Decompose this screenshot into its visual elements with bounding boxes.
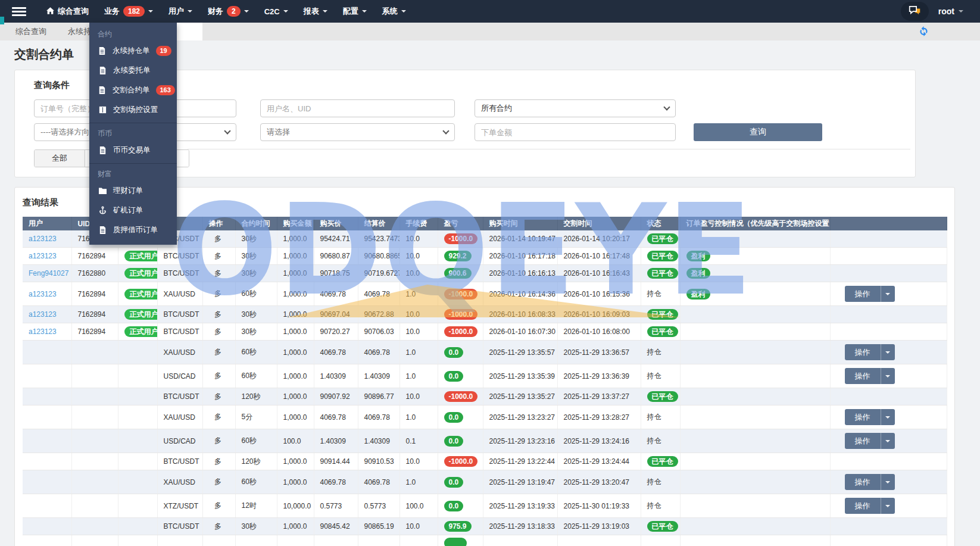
- nav-item-overview[interactable]: 综合查询: [46, 6, 89, 17]
- menu-item-spot-trade-orders[interactable]: 币币交易单: [89, 141, 177, 160]
- nav-item-users[interactable]: 用户: [168, 6, 192, 17]
- menu-item-delivery-contract-orders[interactable]: 交割合约单163: [89, 80, 177, 100]
- cell-buy-time: 2025-11-29 13:18:33: [483, 518, 557, 535]
- cell-settle-price: 90865.19: [358, 518, 400, 535]
- row-action-button[interactable]: 操作: [845, 409, 895, 425]
- menu-item-perpetual-entrust-orders[interactable]: 永续委托单: [89, 61, 177, 80]
- action-dropdown-toggle[interactable]: [881, 344, 895, 360]
- cell-user-type: [118, 535, 157, 546]
- row-action-button[interactable]: 操作: [845, 474, 895, 490]
- hamburger-menu-icon[interactable]: [12, 7, 26, 16]
- cell-user-type: 正式用户: [118, 265, 157, 282]
- action-button-label: 操作: [845, 286, 881, 302]
- chevron-down-icon: [442, 127, 449, 134]
- nav-item-c2c[interactable]: C2C: [264, 7, 288, 16]
- cell-user: [23, 405, 71, 429]
- cell-settle-time: 2025-11-29 13:36:57: [557, 341, 641, 364]
- order-amount-input[interactable]: [475, 123, 676, 141]
- user-link[interactable]: Feng941027: [29, 269, 68, 277]
- cell-settle-price: 95423.7473: [358, 230, 400, 248]
- cell-user: [23, 388, 71, 405]
- menu-item-pledge-loan-orders[interactable]: 质押借币订单: [89, 220, 177, 240]
- menu-item-label: 理财订单: [113, 186, 143, 196]
- cell-direction: 多: [202, 323, 235, 341]
- cell-contract: XTZ/USDT: [157, 494, 202, 518]
- cell-contract: XAU/USD: [157, 282, 202, 306]
- cell-pnl-control: [680, 405, 830, 429]
- username-uid-input[interactable]: [260, 99, 455, 117]
- nav-item-reports[interactable]: 报表: [304, 6, 327, 17]
- user-link[interactable]: a123123: [29, 252, 57, 260]
- cell-settle-time: 2025-11-30 01:19:33: [557, 494, 641, 518]
- cell-buy-time: 2025-11-29 13:35:39: [483, 364, 557, 388]
- table-row: [23, 535, 947, 546]
- table-row: USD/CAD多60秒1,000.01.403091.403091.00.020…: [23, 364, 947, 388]
- status-select[interactable]: 请选择: [260, 123, 455, 141]
- cell-buy-amount: 1,000.0: [277, 323, 314, 341]
- action-button-label: 操作: [845, 409, 881, 425]
- pnl-badge: 975.9: [444, 521, 472, 532]
- tab-overview[interactable]: 综合查询: [5, 23, 57, 40]
- cell-user-type: [118, 494, 157, 518]
- cell-buy-price: 95424.71: [314, 230, 358, 248]
- contract-select[interactable]: 所有合约: [475, 99, 676, 117]
- table-row: a1231237162894正式用户BTC/USDT多30秒1,000.0907…: [23, 323, 947, 341]
- nav-item-label: 财务: [208, 6, 223, 17]
- user-link[interactable]: a123123: [29, 235, 57, 243]
- action-button-label: 操作: [845, 498, 881, 514]
- cell-fee: 100.0: [400, 494, 438, 518]
- cell-status: 已平仓: [641, 265, 680, 282]
- cell-fee: 10.0: [400, 323, 438, 341]
- nav-item-system[interactable]: 系统: [382, 6, 406, 17]
- row-action-button[interactable]: 操作: [845, 368, 895, 384]
- cell-status: 持仓: [641, 364, 680, 388]
- nav-item-config[interactable]: 配置: [343, 6, 367, 17]
- action-dropdown-toggle[interactable]: [881, 433, 895, 449]
- table-row: a1231237162894正式用户BTC/USDT多30秒1,000.0906…: [23, 248, 947, 265]
- menu-item-delivery-control-settings[interactable]: 交割场控设置: [89, 100, 177, 120]
- nav-item-finance[interactable]: 财务2: [208, 6, 249, 17]
- columns-icon: [98, 105, 107, 114]
- pnl-badge: 0.0: [444, 436, 464, 447]
- row-action-button[interactable]: 操作: [845, 433, 895, 449]
- cell-buy-price: 4069.78: [314, 341, 358, 364]
- cell-contract-period: 120秒: [235, 453, 277, 470]
- cell-uid: [71, 364, 118, 388]
- cell-user: [23, 364, 71, 388]
- row-action-button[interactable]: 操作: [845, 286, 895, 302]
- cell-pnl: 0.0: [438, 405, 483, 429]
- cell-fee: 10.0: [400, 388, 438, 405]
- cell-buy-time: [483, 535, 557, 546]
- action-dropdown-toggle[interactable]: [881, 498, 895, 514]
- cell-buy-amount: 1,000.0: [277, 405, 314, 429]
- user-menu[interactable]: root: [938, 7, 963, 16]
- action-dropdown-toggle[interactable]: [881, 368, 895, 384]
- chevron-down-icon: [885, 375, 890, 377]
- table-row: Feng9410277162880正式用户BTC/USDT多30秒1,000.0…: [23, 265, 947, 282]
- refresh-icon[interactable]: [919, 26, 929, 39]
- pnl-badge: 900.6: [444, 268, 472, 279]
- cell-fee: [400, 535, 438, 546]
- cell-pnl: 0.0: [438, 494, 483, 518]
- user-link[interactable]: a123123: [29, 327, 57, 336]
- pnl-badge: -1000.0: [444, 309, 478, 320]
- row-action-button[interactable]: 操作: [845, 498, 895, 514]
- cell-settle-price: 4069.78: [358, 282, 400, 306]
- nav-item-business[interactable]: 业务182: [104, 6, 153, 17]
- row-action-button[interactable]: 操作: [845, 344, 895, 360]
- chat-button[interactable]: [901, 2, 929, 21]
- search-button[interactable]: 查询: [694, 123, 822, 141]
- tab-all[interactable]: 全部: [35, 150, 85, 167]
- user-link[interactable]: a123123: [29, 290, 57, 298]
- menu-item-miner-orders[interactable]: 矿机订单: [89, 201, 177, 220]
- delivery-contract-orders-page: 综合查询业务182用户财务2C2C报表配置系统 root 综合查询 永续持仓: [0, 0, 980, 546]
- action-dropdown-toggle[interactable]: [881, 286, 895, 302]
- cell-actions: [830, 453, 947, 470]
- action-dropdown-toggle[interactable]: [881, 474, 895, 490]
- menu-item-wealth-orders[interactable]: 理财订单: [89, 181, 177, 201]
- menu-item-perpetual-position-orders[interactable]: 永续持仓单19: [89, 41, 177, 61]
- action-dropdown-toggle[interactable]: [881, 409, 895, 425]
- cell-buy-amount: 1,000.0: [277, 265, 314, 282]
- user-link[interactable]: a123123: [29, 310, 57, 319]
- cell-user: [23, 494, 71, 518]
